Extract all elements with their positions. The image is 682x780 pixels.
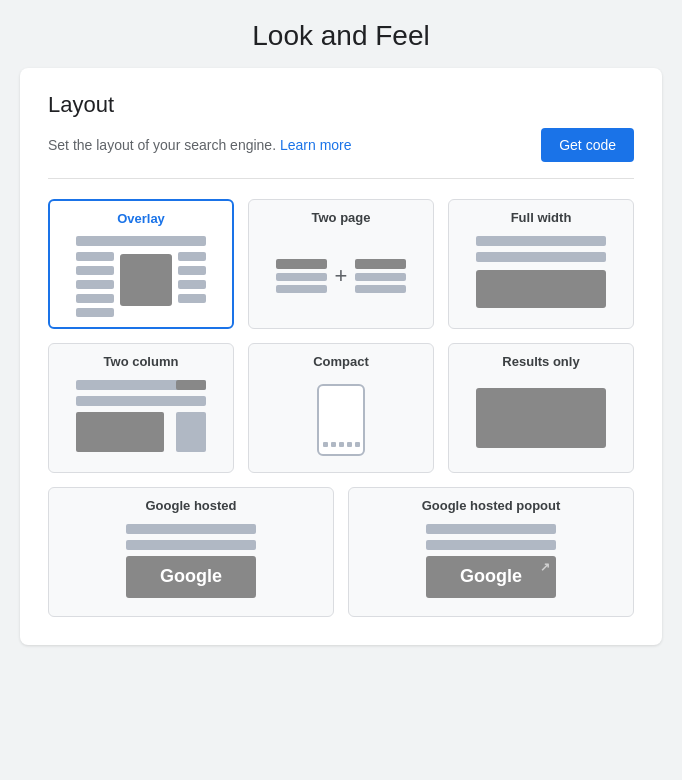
page-title: Look and Feel bbox=[252, 20, 429, 52]
layout-grid-row3: Google hosted Google Google hosted popou… bbox=[48, 487, 634, 617]
layout-option-compact[interactable]: Compact bbox=[248, 343, 434, 473]
layout-label-google-hosted: Google hosted bbox=[146, 498, 237, 513]
google-hosted-popout-illustration: Google ↗ bbox=[359, 521, 623, 606]
description-row: Set the layout of your search engine. Le… bbox=[48, 128, 634, 162]
divider bbox=[48, 178, 634, 179]
layout-grid-row2: Two column Compact bbox=[48, 343, 634, 473]
layout-option-two-column[interactable]: Two column bbox=[48, 343, 234, 473]
layout-option-two-page[interactable]: Two page + bbox=[248, 199, 434, 329]
two-page-illustration: + bbox=[259, 233, 423, 318]
layout-label-compact: Compact bbox=[313, 354, 369, 369]
layout-label-results-only: Results only bbox=[502, 354, 579, 369]
google-hosted-illustration: Google bbox=[59, 521, 323, 606]
two-column-illustration bbox=[59, 377, 223, 462]
layout-label-two-page: Two page bbox=[312, 210, 371, 225]
layout-option-google-hosted-popout[interactable]: Google hosted popout Google ↗ bbox=[348, 487, 634, 617]
section-heading: Layout bbox=[48, 92, 634, 118]
layout-grid-row1: Overlay bbox=[48, 199, 634, 329]
overlay-illustration bbox=[60, 234, 222, 317]
layout-option-full-width[interactable]: Full width bbox=[448, 199, 634, 329]
layout-label-overlay: Overlay bbox=[117, 211, 165, 226]
get-code-button[interactable]: Get code bbox=[541, 128, 634, 162]
layout-label-google-hosted-popout: Google hosted popout bbox=[422, 498, 561, 513]
results-only-illustration bbox=[459, 377, 623, 462]
layout-option-google-hosted[interactable]: Google hosted Google bbox=[48, 487, 334, 617]
full-width-illustration bbox=[459, 233, 623, 318]
layout-option-overlay[interactable]: Overlay bbox=[48, 199, 234, 329]
layout-label-two-column: Two column bbox=[104, 354, 179, 369]
learn-more-link[interactable]: Learn more bbox=[280, 137, 352, 153]
compact-illustration bbox=[259, 377, 423, 462]
layout-card-container: Layout Set the layout of your search eng… bbox=[20, 68, 662, 645]
layout-label-full-width: Full width bbox=[511, 210, 572, 225]
layout-option-results-only[interactable]: Results only bbox=[448, 343, 634, 473]
description-text: Set the layout of your search engine. Le… bbox=[48, 137, 352, 153]
